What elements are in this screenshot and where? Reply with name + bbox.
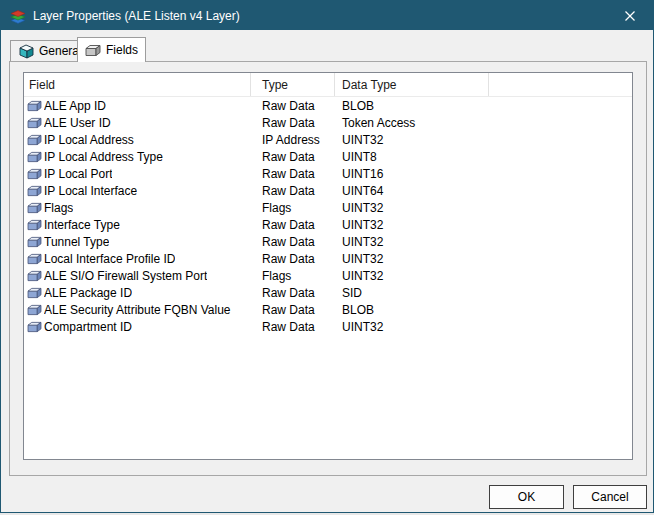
- field-name: ALE User ID: [44, 116, 111, 130]
- general-cube-icon: [18, 43, 34, 59]
- field-datatype: UINT64: [335, 184, 489, 198]
- field-brick-icon: [27, 168, 42, 180]
- field-name: Tunnel Type: [44, 235, 109, 249]
- field-name: ALE Security Attribute FQBN Value: [44, 303, 231, 317]
- table-row[interactable]: Tunnel Type Raw Data UINT32: [24, 233, 632, 250]
- field-datatype: UINT32: [335, 269, 489, 283]
- ok-button[interactable]: OK: [489, 485, 564, 509]
- window-title: Layer Properties (ALE Listen v4 Layer): [33, 9, 240, 23]
- field-datatype: SID: [335, 286, 489, 300]
- field-type: IP Address: [251, 133, 335, 147]
- table-row[interactable]: IP Local Address Type Raw Data UINT8: [24, 148, 632, 165]
- field-type: Flags: [251, 201, 335, 215]
- field-brick-icon: [27, 185, 42, 197]
- field-datatype: UINT16: [335, 167, 489, 181]
- field-type: Raw Data: [251, 116, 335, 130]
- fields-list-body: ALE App ID Raw Data BLOB ALE User ID Raw…: [24, 97, 632, 459]
- fields-brick-icon: [85, 44, 101, 57]
- table-row[interactable]: IP Local Interface Raw Data UINT64: [24, 182, 632, 199]
- field-brick-icon: [27, 236, 42, 248]
- field-type: Raw Data: [251, 235, 335, 249]
- field-type: Raw Data: [251, 286, 335, 300]
- field-name: ALE Package ID: [44, 286, 132, 300]
- field-type: Raw Data: [251, 167, 335, 181]
- tab-general-label: General: [39, 44, 82, 58]
- table-row[interactable]: Interface Type Raw Data UINT32: [24, 216, 632, 233]
- cancel-button[interactable]: Cancel: [573, 485, 647, 509]
- field-brick-icon: [27, 117, 42, 129]
- field-type: Raw Data: [251, 320, 335, 334]
- field-datatype: UINT32: [335, 252, 489, 266]
- field-brick-icon: [27, 321, 42, 333]
- field-name: Local Interface Profile ID: [44, 252, 175, 266]
- field-type: Raw Data: [251, 184, 335, 198]
- table-row[interactable]: Compartment ID Raw Data UINT32: [24, 318, 632, 335]
- field-brick-icon: [27, 100, 42, 112]
- field-name: ALE App ID: [44, 99, 106, 113]
- fields-list: Field Type Data Type ALE App ID Raw Data…: [23, 72, 633, 460]
- field-brick-icon: [27, 270, 42, 282]
- table-row[interactable]: ALE App ID Raw Data BLOB: [24, 97, 632, 114]
- field-brick-icon: [27, 219, 42, 231]
- field-brick-icon: [27, 287, 42, 299]
- close-icon: [624, 10, 636, 22]
- field-datatype: UINT8: [335, 150, 489, 164]
- field-brick-icon: [27, 151, 42, 163]
- layer-properties-dialog: Layer Properties (ALE Listen v4 Layer) G…: [0, 0, 654, 513]
- field-datatype: BLOB: [335, 303, 489, 317]
- field-brick-icon: [27, 202, 42, 214]
- table-row[interactable]: ALE User ID Raw Data Token Access: [24, 114, 632, 131]
- field-datatype: UINT32: [335, 133, 489, 147]
- table-row[interactable]: Flags Flags UINT32: [24, 199, 632, 216]
- field-datatype: UINT32: [335, 320, 489, 334]
- field-brick-icon: [27, 134, 42, 146]
- field-type: Raw Data: [251, 150, 335, 164]
- column-header-type[interactable]: Type: [251, 73, 335, 96]
- close-button[interactable]: [607, 1, 653, 30]
- tab-fields-label: Fields: [106, 43, 138, 57]
- layers-icon: [10, 8, 26, 24]
- field-datatype: UINT32: [335, 201, 489, 215]
- titlebar: Layer Properties (ALE Listen v4 Layer): [1, 1, 653, 30]
- field-datatype: UINT32: [335, 218, 489, 232]
- list-header: Field Type Data Type: [24, 73, 632, 97]
- table-row[interactable]: ALE Security Attribute FQBN Value Raw Da…: [24, 301, 632, 318]
- field-name: Compartment ID: [44, 320, 132, 334]
- table-row[interactable]: Local Interface Profile ID Raw Data UINT…: [24, 250, 632, 267]
- field-type: Raw Data: [251, 99, 335, 113]
- field-name: ALE SI/O Firewall System Port: [44, 269, 207, 283]
- table-row[interactable]: ALE SI/O Firewall System Port Flags UINT…: [24, 267, 632, 284]
- field-type: Raw Data: [251, 218, 335, 232]
- field-name: IP Local Address: [44, 133, 134, 147]
- field-name: IP Local Address Type: [44, 150, 163, 164]
- field-datatype: BLOB: [335, 99, 489, 113]
- fields-tab-panel: Field Type Data Type ALE App ID Raw Data…: [9, 61, 647, 476]
- field-type: Raw Data: [251, 252, 335, 266]
- field-name: Interface Type: [44, 218, 120, 232]
- field-brick-icon: [27, 304, 42, 316]
- column-header-datatype[interactable]: Data Type: [335, 73, 489, 96]
- tab-fields[interactable]: Fields: [77, 37, 146, 62]
- field-type: Flags: [251, 269, 335, 283]
- field-brick-icon: [27, 253, 42, 265]
- table-row[interactable]: IP Local Address IP Address UINT32: [24, 131, 632, 148]
- table-row[interactable]: ALE Package ID Raw Data SID: [24, 284, 632, 301]
- field-type: Raw Data: [251, 303, 335, 317]
- table-row[interactable]: IP Local Port Raw Data UINT16: [24, 165, 632, 182]
- field-datatype: Token Access: [335, 116, 489, 130]
- field-datatype: UINT32: [335, 235, 489, 249]
- field-name: Flags: [44, 201, 73, 215]
- column-header-field[interactable]: Field: [24, 73, 251, 96]
- column-header-filler: [489, 73, 632, 96]
- field-name: IP Local Port: [44, 167, 112, 181]
- field-name: IP Local Interface: [44, 184, 137, 198]
